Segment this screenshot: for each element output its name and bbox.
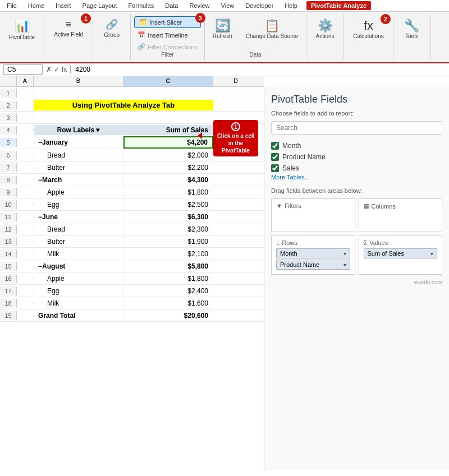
menu-home[interactable]: Home (26, 1, 47, 10)
cell-d1[interactable] (213, 92, 258, 94)
group-button[interactable]: 🔗 Group (98, 16, 126, 40)
cell-d5[interactable]: 1 Click on a cell in the PivotTable (213, 141, 258, 144)
insert-slicer-button[interactable]: 🗂️ Insert Slicer (134, 16, 201, 28)
cell-d16[interactable] (213, 278, 258, 280)
cell-a9[interactable] (17, 191, 34, 193)
col-header-c[interactable]: C (123, 76, 213, 86)
insert-function-icon[interactable]: fx (62, 66, 67, 73)
menu-developer[interactable]: Developer (243, 1, 276, 10)
cell-d14[interactable] (213, 253, 258, 255)
cell-c18[interactable]: $1,600 (123, 298, 213, 308)
cell-c19[interactable]: $20,600 (123, 311, 213, 321)
cell-a4[interactable] (17, 129, 34, 131)
cell-a18[interactable] (17, 302, 34, 304)
confirm-formula-icon[interactable]: ✓ (54, 66, 59, 73)
cell-b6[interactable]: Bread (34, 150, 123, 160)
rows-item-product-name[interactable]: Product Name ▾ (276, 260, 350, 270)
cell-c12[interactable]: $2,300 (123, 224, 213, 234)
cell-a1[interactable] (17, 92, 34, 94)
menu-insert[interactable]: Insert (53, 1, 74, 10)
cell-b3[interactable] (34, 117, 123, 119)
cell-a13[interactable] (17, 241, 34, 243)
cell-d19[interactable] (213, 315, 258, 317)
cell-b10[interactable]: Egg (34, 200, 123, 210)
field-checkbox-product-name[interactable] (271, 153, 279, 161)
cell-c3[interactable] (123, 117, 213, 119)
cell-d15[interactable] (213, 265, 258, 267)
cell-a7[interactable] (17, 167, 34, 169)
cell-d18[interactable] (213, 302, 258, 304)
cell-d7[interactable] (213, 167, 258, 169)
cell-d10[interactable] (213, 204, 258, 206)
cell-c7[interactable]: $2,200 (123, 163, 213, 173)
cell-b12[interactable]: Bread (34, 224, 123, 234)
menu-help[interactable]: Help (282, 1, 300, 10)
name-box[interactable] (3, 64, 43, 75)
more-tables-link[interactable]: More Tables... (271, 174, 442, 181)
cell-d3[interactable] (213, 117, 258, 119)
cell-a14[interactable] (17, 253, 34, 255)
cell-c8[interactable]: $4,300 (123, 175, 213, 185)
menu-pivottable-analyze[interactable]: PivotTable Analyze (306, 1, 371, 10)
cell-b19[interactable]: Grand Total (34, 311, 123, 321)
col-header-b[interactable]: B (34, 76, 123, 86)
cell-c1[interactable] (123, 92, 213, 94)
cell-b4[interactable]: Row Labels ▾ (34, 125, 123, 135)
cell-b7[interactable]: Butter (34, 163, 123, 173)
change-data-source-button[interactable]: 📋 Change Data Source (241, 16, 303, 41)
tools-button[interactable]: 🔧 Tools (398, 16, 426, 41)
cell-d17[interactable] (213, 290, 258, 292)
field-checkbox-month[interactable] (271, 142, 279, 150)
col-header-d[interactable]: D (213, 76, 258, 86)
cell-a5[interactable] (17, 141, 34, 144)
field-checkbox-sales[interactable] (271, 164, 279, 172)
cancel-formula-icon[interactable]: ✗ (46, 66, 52, 73)
cell-d8[interactable] (213, 179, 258, 181)
menu-page-layout[interactable]: Page Layout (80, 1, 120, 10)
cell-d12[interactable] (213, 228, 258, 230)
cell-b13[interactable]: Butter (34, 237, 123, 247)
cell-b8[interactable]: −March (34, 175, 123, 185)
cell-b15[interactable]: −August (34, 261, 123, 271)
cell-b1[interactable] (34, 92, 123, 94)
cell-a11[interactable] (17, 216, 34, 218)
actions-button[interactable]: ⚙️ Actions (311, 16, 339, 41)
cell-b9[interactable]: Apple (34, 187, 123, 197)
cell-a19[interactable] (17, 315, 34, 317)
col-header-a[interactable]: A (17, 76, 34, 86)
cell-c13[interactable]: $1,900 (123, 237, 213, 247)
cell-b11[interactable]: −June (34, 212, 123, 222)
cell-c10[interactable]: $2,500 (123, 200, 213, 210)
cell-c15[interactable]: $5,800 (123, 261, 213, 271)
filter-connections-button[interactable]: 🔗 Filter Connections (134, 42, 201, 52)
cell-a8[interactable] (17, 179, 34, 181)
menu-data[interactable]: Data (163, 1, 180, 10)
cell-a3[interactable] (17, 117, 34, 119)
cell-c16[interactable]: $1,800 (123, 274, 213, 284)
cell-a16[interactable] (17, 278, 34, 280)
cell-b2[interactable]: Using PivotTable Analyze Tab (34, 100, 213, 110)
cell-b18[interactable]: Milk (34, 298, 123, 308)
cell-c14[interactable]: $2,100 (123, 249, 213, 259)
insert-timeline-button[interactable]: 📅 Insert Timeline (134, 30, 201, 40)
cell-b14[interactable]: Milk (34, 249, 123, 259)
pivottable-button[interactable]: 📊 PivotTable (4, 16, 39, 43)
cell-b16[interactable]: Apple (34, 274, 123, 284)
menu-review[interactable]: Review (187, 1, 212, 10)
rows-item-month[interactable]: Month ▾ (276, 248, 350, 258)
cell-c6[interactable]: $2,000 (123, 150, 213, 160)
field-search[interactable] (271, 121, 442, 135)
formula-input[interactable] (70, 66, 446, 73)
cell-a12[interactable] (17, 228, 34, 230)
cell-c9[interactable]: $1,800 (123, 187, 213, 197)
cell-a6[interactable] (17, 154, 34, 156)
cell-d9[interactable] (213, 191, 258, 193)
cell-b17[interactable]: Egg (34, 286, 123, 296)
cell-d13[interactable] (213, 241, 258, 243)
cell-a15[interactable] (17, 265, 34, 267)
values-item-sum-of-sales[interactable]: Sum of Sales ▾ (364, 248, 438, 258)
menu-file[interactable]: File (4, 1, 19, 10)
cell-c17[interactable]: $2,400 (123, 286, 213, 296)
cell-a10[interactable] (17, 204, 34, 206)
cell-c11[interactable]: $6,300 (123, 212, 213, 222)
